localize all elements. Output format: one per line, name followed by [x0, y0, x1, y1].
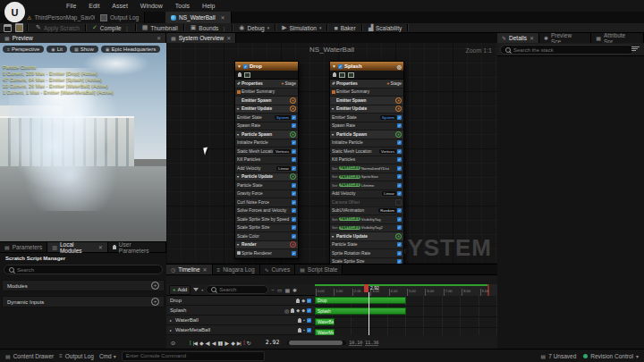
props-row-properties[interactable]: Properties+Stage	[330, 80, 403, 88]
set-end-icon[interactable]: ]	[243, 340, 244, 345]
module-row-add-velocity[interactable]: Add VelocityLinear✓	[330, 190, 403, 199]
summary-row-emitter-summary[interactable]: Emitter Summary	[330, 88, 403, 97]
group-row-particle-update[interactable]: ▾Particle Update+	[235, 173, 298, 182]
tab-details[interactable]: ✎Details✕	[497, 33, 539, 43]
tab-curves[interactable]: ∿Curves	[260, 265, 296, 274]
module-checkbox[interactable]: ✓	[397, 217, 402, 222]
module-row-subuvanimation[interactable]: SubUVAnimationRandom✓	[330, 207, 403, 216]
step-forward-icon[interactable]: |▶	[225, 340, 228, 346]
debug-button[interactable]: ◉Debug▾	[235, 23, 273, 33]
minus-icon[interactable]: −	[271, 287, 275, 292]
renderer-row-sprite-renderer[interactable]: Sprite Renderer✓	[235, 249, 298, 258]
track-lane-waterball[interactable]: WaterBall	[315, 317, 497, 328]
module-checkbox[interactable]: ✓	[292, 140, 296, 145]
category-row-dynamic-inputs[interactable]: Dynamic Inputs+	[2, 296, 165, 307]
thumbnail-button[interactable]: ▦Thumbnail	[139, 23, 182, 33]
module-row-scale-sprite-size-by-speed[interactable]: Scale Sprite Size by Speed✓	[235, 215, 298, 224]
menu-asset[interactable]: Asset	[112, 3, 128, 9]
track-lane-splash[interactable]: Splash	[315, 307, 497, 317]
cmd-selector[interactable]: Cmd ▾	[99, 353, 116, 359]
to-end-icon[interactable]: ▶|	[237, 340, 241, 346]
emitter-enabled-checkbox[interactable]: ✓	[243, 64, 248, 69]
console-command-input[interactable]: Enter Console Command	[122, 351, 265, 361]
set-row-visibilitytag2[interactable]: Set:PARTICLESVisibilityTag2✓	[330, 224, 403, 233]
modules-search-input[interactable]: Search	[4, 265, 163, 274]
play-reverse-icon[interactable]: ◀	[212, 340, 216, 346]
module-checkbox[interactable]: ✓	[397, 157, 402, 162]
emitter-enabled-checkbox[interactable]: ✓	[338, 64, 343, 69]
playback-options-icon[interactable]: ⊙	[171, 340, 174, 346]
module-checkbox[interactable]: ✓	[292, 166, 296, 171]
module-row-particle-state[interactable]: Particle State✓	[330, 241, 403, 250]
track-row-watermetaball[interactable]: ▸WaterMetaBall▪✓	[166, 325, 315, 335]
menu-tools[interactable]: Tools	[175, 3, 190, 9]
tab-system-overview[interactable]: ▦ System Overview ✕	[166, 33, 236, 43]
next-key-icon[interactable]: ◆	[231, 340, 234, 346]
unsaved-button[interactable]: ▤ 7 Unsaved	[541, 353, 577, 359]
value-tag[interactable]: System	[380, 115, 396, 120]
value-tag[interactable]: Vertices	[379, 149, 396, 154]
emitter-node-drop[interactable]: ▼✓DropProperties+StageEmitter SummaryEmi…	[234, 61, 299, 259]
add-stage-button[interactable]: +Stage	[281, 80, 296, 86]
output-log-button[interactable]: ≡ Output Log	[59, 353, 94, 359]
set-row-lifetime[interactable]: Set:PARTICLESLifetime✓	[330, 181, 403, 190]
add-module-icon[interactable]: +	[290, 131, 296, 138]
module-row-spawn-rate[interactable]: Spawn Rate✓	[235, 122, 298, 131]
group-row-emitter-spawn[interactable]: Emitter Spawn+	[330, 97, 403, 105]
module-checkbox[interactable]: ✓	[292, 115, 296, 120]
chevron-right-icon[interactable]: ▸	[170, 318, 174, 323]
track-bar[interactable]: Drop	[315, 297, 406, 304]
simulation-button[interactable]: ▶Simulation▾	[278, 23, 325, 33]
track-checkbox[interactable]: ✓	[307, 299, 311, 303]
module-checkbox[interactable]: ✓	[292, 251, 296, 256]
module-checkbox[interactable]: ✓	[292, 191, 296, 196]
module-checkbox[interactable]: ✓	[397, 174, 402, 179]
menu-edit[interactable]: Edit	[89, 3, 99, 9]
timeline-ruler[interactable]: 0.001.002.003.004.005.006.007.008.009.00…	[315, 284, 497, 297]
module-row-kill-particles[interactable]: Kill Particles✓	[235, 156, 298, 165]
module-row-kill-particles[interactable]: Kill Particles✓	[330, 156, 403, 165]
group-row-emitter-update[interactable]: ▾Emitter Update+	[330, 105, 403, 114]
tab-script-state[interactable]: ▤Script State	[295, 265, 343, 274]
module-checkbox[interactable]: ✓	[292, 123, 296, 128]
module-row-gravity-force[interactable]: Gravity Force✓	[235, 190, 298, 199]
module-row-particle-state[interactable]: Particle State✓	[235, 181, 298, 190]
add-module-icon[interactable]: +	[395, 131, 402, 138]
tab-niagara-log[interactable]: ≡Niagara Log	[213, 265, 260, 274]
add-module-icon[interactable]: +	[395, 97, 402, 104]
prev-key-icon[interactable]: ◆	[199, 340, 203, 346]
summary-row-emitter-summary[interactable]: Emitter Summary	[235, 88, 298, 97]
track-row-drop[interactable]: Drop◆✓	[166, 296, 315, 306]
view-end-field[interactable]: 11.36	[365, 340, 378, 346]
playhead-line[interactable]	[369, 292, 369, 335]
compile-button[interactable]: ✓Compile⋮	[89, 23, 133, 33]
viewport-button-lit[interactable]: ◉Lit	[47, 46, 67, 53]
doc-tab-ns-waterball[interactable]: NS_WaterBall✕	[165, 12, 232, 23]
add-module-icon[interactable]: +	[290, 97, 296, 104]
module-row-solve-forces-and-velocity[interactable]: Solve Forces and Velocity✓	[235, 207, 298, 216]
module-row-spawn-rate[interactable]: Spawn Rate✓	[330, 122, 403, 131]
baker-button[interactable]: ■Baker	[330, 23, 359, 33]
to-front-icon[interactable]: |◀	[193, 340, 197, 346]
range-end-field[interactable]: 10.10	[349, 340, 362, 346]
scalability-button[interactable]: ▟Scalability	[365, 23, 406, 33]
track-checkbox[interactable]: ✓	[307, 308, 311, 313]
module-checkbox[interactable]: ✓	[292, 157, 296, 162]
module-row-emitter-state[interactable]: Emitter StateSystem✓	[235, 114, 298, 122]
menu-window[interactable]: Window	[140, 3, 163, 9]
module-checkbox[interactable]	[395, 199, 402, 206]
module-row-sprite-rotation-rate[interactable]: Sprite Rotation Rate✓	[330, 249, 403, 258]
add-module-icon[interactable]: +	[290, 241, 296, 248]
module-checkbox[interactable]: ✓	[292, 200, 296, 205]
options-menu-icon[interactable]: ⋮	[221, 25, 226, 31]
module-checkbox[interactable]: ✓	[397, 140, 402, 145]
add-icon[interactable]: +	[151, 282, 159, 290]
module-checkbox[interactable]: ✓	[397, 183, 402, 188]
filter-icon[interactable]	[193, 288, 199, 291]
module-checkbox[interactable]: ✓	[292, 225, 296, 230]
preview-viewport[interactable]: ≡Perspective◉Lit▦Show▣Epic Headquarters …	[0, 43, 166, 241]
track-bar[interactable]: Splash	[315, 307, 406, 315]
track-checkbox[interactable]: ✓	[307, 318, 311, 323]
module-checkbox[interactable]: ✓	[397, 115, 402, 120]
viewport-button-epic-headquarters[interactable]: ▣Epic Headquarters	[101, 46, 160, 53]
